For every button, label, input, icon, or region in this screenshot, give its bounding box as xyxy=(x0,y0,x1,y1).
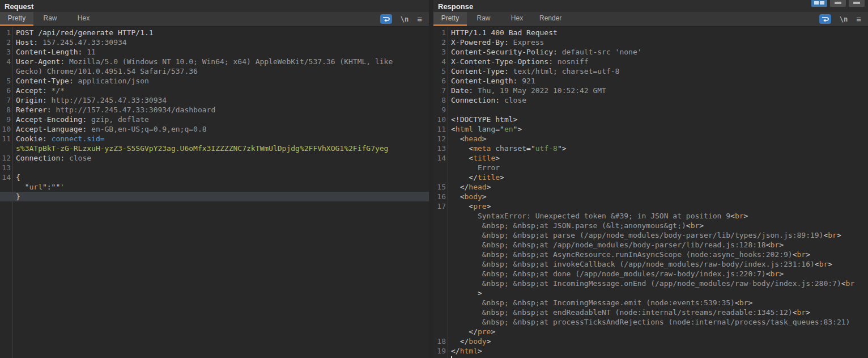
request-code-line[interactable]: 5Content-Type: application/json xyxy=(0,76,429,86)
response-code-line[interactable]: &nbsp; &nbsp;at parse (/app/node_modules… xyxy=(433,230,868,240)
tab-hex[interactable]: Hex xyxy=(67,12,100,26)
response-code-line[interactable]: &nbsp; &nbsp;at processTicksAndRejection… xyxy=(433,317,868,327)
line-content: Cookie: connect.sid= xyxy=(12,134,105,144)
request-code-line[interactable]: 1POST /api/red/generate HTTP/1.1 xyxy=(0,28,429,37)
response-code-line[interactable]: 13 <meta charset="utf-8"> xyxy=(433,144,868,153)
response-code-line[interactable]: 12 <head> xyxy=(433,134,868,144)
soft-wrap-icon[interactable] xyxy=(819,14,831,24)
line-content: Error xyxy=(448,163,500,172)
request-code-line[interactable]: 9Accept-Encoding: gzip, deflate xyxy=(0,115,429,124)
line-number: 6 xyxy=(0,86,12,95)
response-code-line[interactable]: &nbsp; &nbsp;at JSON.parse (&lt;anonymou… xyxy=(433,221,868,230)
line-content: &nbsp; &nbsp;at JSON.parse (&lt;anonymou… xyxy=(448,221,704,230)
response-code-line[interactable]: 6Content-Length: 921 xyxy=(433,76,868,86)
request-code-line[interactable]: 4User-Agent: Mozilla/5.0 (Windows NT 10.… xyxy=(0,57,429,66)
line-number: 7 xyxy=(0,95,12,105)
line-content xyxy=(448,356,452,358)
response-code-line[interactable]: 2X-Powered-By: Express xyxy=(433,37,868,47)
request-code-line[interactable]: 2Host: 157.245.47.33:30934 xyxy=(0,37,429,47)
request-code-line[interactable]: "url":""' xyxy=(0,182,429,192)
line-content: Content-Type: application/json xyxy=(12,76,149,86)
response-code-line[interactable]: 18 </body> xyxy=(433,336,868,346)
request-code-line[interactable]: s%3ATpBkT-zG-RLzxuH-yzZ3-S5SGVpY23ag.U6o… xyxy=(0,144,429,153)
request-code-line[interactable]: 8Referer: http://157.245.47.33:30934/das… xyxy=(0,105,429,115)
line-content: X-Powered-By: Express xyxy=(448,37,544,47)
line-number: 4 xyxy=(433,57,448,66)
response-code-line[interactable]: 17 <pre> xyxy=(433,201,868,211)
request-code-line[interactable]: 11Cookie: connect.sid= xyxy=(0,134,429,144)
response-code-line[interactable]: &nbsp; &nbsp;at AsyncResource.runInAsync… xyxy=(433,250,868,259)
request-code-line[interactable]: 3Content-Length: 11 xyxy=(0,47,429,57)
response-code-line[interactable]: 11<html lang="en"> xyxy=(433,124,868,134)
response-code-line[interactable]: 10<!DOCTYPE html> xyxy=(433,115,868,124)
request-code-line[interactable]: 6Accept: */* xyxy=(0,86,429,95)
request-code-line[interactable]: Gecko) Chrome/101.0.4951.54 Safari/537.3… xyxy=(0,66,429,76)
response-code-line[interactable]: &nbsp; &nbsp;at /app/node_modules/body-p… xyxy=(433,240,868,250)
response-code-line[interactable]: &nbsp; &nbsp;at IncomingMessage.onEnd (/… xyxy=(433,279,868,288)
response-code-line[interactable]: &nbsp; &nbsp;at done (/app/node_modules/… xyxy=(433,269,868,279)
request-code-line[interactable]: 14{ xyxy=(0,172,429,182)
line-content: Host: 157.245.47.33:30934 xyxy=(12,37,127,47)
newline-toggle-icon[interactable]: \n xyxy=(840,15,848,23)
response-code-line[interactable]: 16 <body> xyxy=(433,192,868,201)
response-code-line[interactable]: &nbsp; &nbsp;at invokeCallback (/app/nod… xyxy=(433,259,868,269)
newline-toggle-icon[interactable]: \n xyxy=(401,15,409,23)
layout-side-by-side-icon[interactable] xyxy=(811,0,827,7)
line-number xyxy=(433,163,448,172)
response-code-line[interactable]: 14 <title> xyxy=(433,153,868,163)
request-code-line[interactable]: 12Connection: close xyxy=(0,153,429,163)
tab-raw[interactable]: Raw xyxy=(33,12,67,26)
response-code-line[interactable]: </title> xyxy=(433,172,868,182)
line-number: 3 xyxy=(433,47,448,57)
line-number: 12 xyxy=(0,153,12,163)
line-number: 13 xyxy=(433,144,448,153)
response-code-line[interactable]: 15 </head> xyxy=(433,182,868,192)
response-code-line[interactable]: > xyxy=(433,288,868,298)
line-number: 6 xyxy=(433,76,448,86)
request-panel-title: Request xyxy=(0,0,429,12)
response-code-line[interactable]: 5Content-Type: text/html; charset=utf-8 xyxy=(433,66,868,76)
request-editor[interactable]: 1POST /api/red/generate HTTP/1.12Host: 1… xyxy=(0,27,429,358)
response-code-line[interactable]: 9 xyxy=(433,105,868,115)
soft-wrap-icon[interactable] xyxy=(380,14,392,24)
response-code-line[interactable]: 4X-Content-Type-Options: nosniff xyxy=(433,57,868,66)
line-number: 14 xyxy=(433,153,448,163)
line-number xyxy=(0,144,12,153)
menu-icon[interactable]: ≡ xyxy=(417,15,422,23)
layout-top-bottom-icon[interactable] xyxy=(830,0,846,7)
line-number: 5 xyxy=(0,76,12,86)
tab-render[interactable]: Render xyxy=(534,12,567,26)
request-code-line[interactable]: } xyxy=(0,192,429,201)
response-code-line[interactable]: </pre> xyxy=(433,327,868,336)
response-code-line[interactable]: &nbsp; &nbsp;at endReadableNT (node:inte… xyxy=(433,308,868,317)
request-code-line[interactable]: 13 xyxy=(0,163,429,172)
request-code-line[interactable]: 10Accept-Language: en-GB,en-US;q=0.9,en;… xyxy=(0,124,429,134)
layout-tabs-icon[interactable] xyxy=(849,0,865,7)
response-code-line[interactable]: 1HTTP/1.1 400 Bad Request xyxy=(433,28,868,37)
tab-pretty[interactable]: Pretty xyxy=(433,12,467,26)
line-number: 15 xyxy=(433,182,448,192)
tab-hex[interactable]: Hex xyxy=(500,12,534,26)
line-content: Connection: close xyxy=(12,153,91,163)
line-content: &nbsp; &nbsp;at processTicksAndRejection… xyxy=(448,317,850,327)
response-code-line[interactable]: Error xyxy=(433,163,868,172)
response-tabbar: PrettyRawHexRender \n ≡ xyxy=(433,12,868,27)
response-code-line[interactable]: 8Connection: close xyxy=(433,95,868,105)
line-number xyxy=(433,269,448,279)
response-code-line[interactable]: &nbsp; &nbsp;at IncomingMessage.emit (no… xyxy=(433,298,868,308)
response-editor[interactable]: 1HTTP/1.1 400 Bad Request2X-Powered-By: … xyxy=(433,27,868,358)
response-code-line[interactable]: 3Content-Security-Policy: default-src 'n… xyxy=(433,47,868,57)
line-number xyxy=(433,230,448,240)
response-code-line[interactable]: 7Date: Thu, 19 May 2022 10:52:42 GMT xyxy=(433,86,868,95)
line-content: <body> xyxy=(448,192,487,201)
line-number: 16 xyxy=(433,192,448,201)
response-code-line[interactable] xyxy=(433,356,868,358)
tab-raw[interactable]: Raw xyxy=(467,12,500,26)
line-content: <pre> xyxy=(448,201,491,211)
response-code-line[interactable]: SyntaxError: Unexpected token &#39; in J… xyxy=(433,211,868,221)
request-code-line[interactable]: 7Origin: http://157.245.47.33:30934 xyxy=(0,95,429,105)
menu-icon[interactable]: ≡ xyxy=(856,15,861,23)
response-code-line[interactable]: 19</html> xyxy=(433,346,868,356)
line-number xyxy=(0,192,12,201)
tab-pretty[interactable]: Pretty xyxy=(0,12,33,26)
